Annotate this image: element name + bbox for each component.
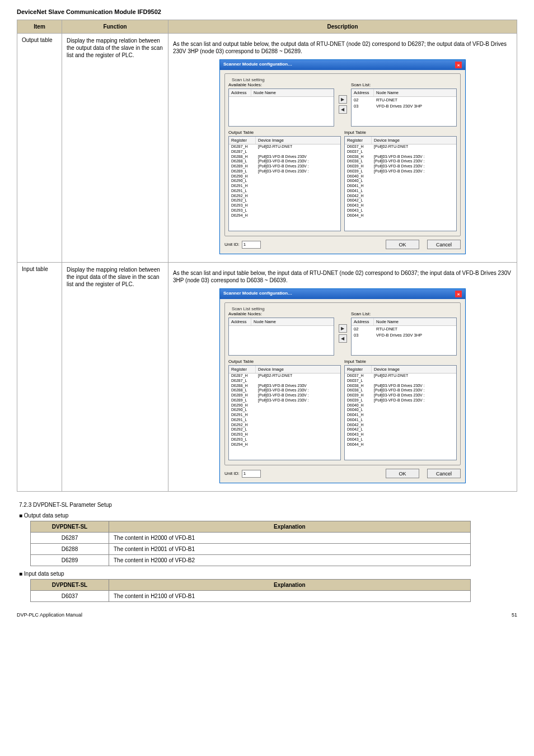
scan-list[interactable]: AddressNode Name 02RTU-DNET03VFD-B Drive… <box>351 88 457 127</box>
scan-label: Scan List: <box>351 311 457 316</box>
reg-row: D6044_H <box>345 213 456 218</box>
reg-row: D6291_H <box>229 413 340 418</box>
arrow-left-icon[interactable]: ◀ <box>339 334 347 343</box>
arrow-right-icon[interactable]: ▶ <box>339 95 347 104</box>
out-h1: DVPDNET-SL <box>31 521 109 533</box>
reg-row: D6290_L <box>229 179 340 184</box>
dialog-title-bar: Scanner Module configuration… × <box>220 60 465 70</box>
cancel-button[interactable]: Cancel <box>427 240 461 249</box>
in-h2: Explanation <box>109 580 471 591</box>
footer-left: DVP-PLC Application Manual <box>17 612 82 618</box>
reg-row: D6289_L[Poll]03-VFD-B Drives 230V : <box>229 398 340 403</box>
cancel-button[interactable]: Cancel <box>427 469 461 478</box>
unit-id-field: Unit ID: <box>224 470 261 478</box>
scan-row[interactable]: 02RTU-DNET <box>352 326 456 332</box>
reg-row: D6042_L <box>345 198 456 203</box>
reg-row: D6037_H[Poll]02-RTU-DNET <box>345 144 456 150</box>
ok-button[interactable]: OK <box>386 469 419 478</box>
scan-row[interactable]: 02RTU-DNET <box>352 97 456 103</box>
close-icon[interactable]: × <box>455 62 462 68</box>
scanner-dialog: Scanner Module configuration… × Scan Lis… <box>219 59 466 254</box>
doc-title: DeviceNet Slave Communication Module IFD… <box>17 8 517 15</box>
reg-row: D6037_L <box>345 150 456 155</box>
reg-row: D6291_L <box>229 418 340 423</box>
unit-id-input[interactable] <box>242 470 261 478</box>
input-lead: Input data setup <box>24 571 64 577</box>
reg-row: D6041_L <box>345 418 456 423</box>
io-expl: The content in H2001 of VFD-B1 <box>109 544 471 555</box>
hdr-desc: Description <box>168 20 517 34</box>
scan-label: Scan List: <box>351 82 457 87</box>
reg-row: D6038_H[Poll]03-VFD-B Drives 230V : <box>345 155 456 160</box>
reg-row: D6287_H[Poll]02-RTU-DNET <box>229 374 340 379</box>
hdr-func: Function <box>62 20 168 34</box>
scan-row[interactable]: 03VFD-B Drives 230V 3HP <box>352 332 456 338</box>
reg-row: D6288_L[Poll]03-VFD-B Drives 230V : <box>229 159 340 164</box>
reg-row: D6042_H <box>345 423 456 428</box>
io-reg: D6037 <box>31 591 109 602</box>
hdr-item: Item <box>17 20 62 34</box>
footer-right: 51 <box>512 612 517 618</box>
reg-row: D6292_H <box>229 194 340 199</box>
reg-row: D6288_H[Poll]03-VFD-B Drives 230V <box>229 155 340 160</box>
reg-row: D6039_L[Poll]03-VFD-B Drives 230V : <box>345 169 456 174</box>
bullet-sym: ■ <box>19 512 22 519</box>
reg-row: D6043_H <box>345 432 456 437</box>
scanner-dialog: Scanner Module configuration… × Scan Lis… <box>219 288 466 483</box>
reg-row: D6043_L <box>345 208 456 213</box>
io-expl: The content in H2000 of VFD-B1 <box>109 533 471 544</box>
output-lead: Output data setup <box>24 512 69 519</box>
scan-row[interactable]: 03VFD-B Drives 230V 3HP <box>352 103 456 109</box>
reg-row: D6043_L <box>345 437 456 442</box>
input-regbox[interactable]: RegisterDevice Image D6037_H[Poll]02-RTU… <box>344 136 457 231</box>
function-cell: Display the mapping relation between the… <box>62 263 168 492</box>
io-expl: The content in H2000 of VFD-B2 <box>109 555 471 566</box>
arrow-right-icon[interactable]: ▶ <box>339 324 347 333</box>
reg-row: D6038_L[Poll]03-VFD-B Drives 230V : <box>345 159 456 164</box>
reg-row: D6287_L <box>229 379 340 384</box>
reg-row: D6037_H[Poll]02-RTU-DNET <box>345 374 456 379</box>
scan-list[interactable]: AddressNode Name 02RTU-DNET03VFD-B Drive… <box>351 318 457 356</box>
reg-row: D6292_L <box>229 198 340 203</box>
input-table: DVPDNET-SL Explanation D6037The content … <box>30 579 471 602</box>
description-cell: As the scan list and input table below, … <box>168 263 517 492</box>
arrow-left-icon[interactable]: ◀ <box>339 105 347 114</box>
io-reg: D6287 <box>31 533 109 544</box>
reg-row: D6041_L <box>345 189 456 194</box>
output-regbox[interactable]: RegisterDevice Image D6287_H[Poll]02-RTU… <box>228 136 341 231</box>
reg-row: D6293_L <box>229 208 340 213</box>
reg-row: D6039_H[Poll]03-VFD-B Drives 230V : <box>345 393 456 398</box>
section-heading: 7.2.3 DVPDNET-SL Parameter Setup <box>19 502 517 508</box>
reg-row: D6040_L <box>345 408 456 413</box>
reg-row: D6038_H[Poll]03-VFD-B Drives 230V : <box>345 384 456 389</box>
reg-row: D6293_L <box>229 437 340 442</box>
reg-row: D6291_L <box>229 189 340 194</box>
reg-row: D6287_H[Poll]02-RTU-DNET <box>229 144 340 150</box>
io-reg: D6288 <box>31 544 109 555</box>
close-icon[interactable]: × <box>455 291 462 297</box>
output-table: DVPDNET-SL Explanation D6287The content … <box>30 521 471 566</box>
reg-row: D6289_L[Poll]03-VFD-B Drives 230V : <box>229 169 340 174</box>
dialog-title: Scanner Module configuration… <box>223 62 292 68</box>
reg-row: D6291_H <box>229 184 340 189</box>
reg-row: D6288_H[Poll]03-VFD-B Drives 230V <box>229 384 340 389</box>
in-h1: DVPDNET-SL <box>31 580 109 591</box>
ok-button[interactable]: OK <box>386 240 419 249</box>
reg-row: D6290_L <box>229 408 340 413</box>
reg-row: D6292_H <box>229 423 340 428</box>
unit-id-input[interactable] <box>242 241 261 249</box>
reg-row: D6041_H <box>345 413 456 418</box>
reg-row: D6293_H <box>229 432 340 437</box>
available-list[interactable]: AddressNode Name <box>228 88 334 127</box>
bullet-sym2: ■ <box>19 571 22 577</box>
main-table: Item Function Description Output table D… <box>17 20 517 492</box>
reg-row: D6042_H <box>345 194 456 199</box>
reg-row: D6289_H[Poll]03-VFD-B Drives 230V : <box>229 393 340 398</box>
dialog-title: Scanner Module configuration… <box>223 291 292 297</box>
input-bullet: ■ Input data setup <box>19 571 517 577</box>
input-regbox[interactable]: RegisterDevice Image D6037_H[Poll]02-RTU… <box>344 365 457 460</box>
dialog-title-bar: Scanner Module configuration… × <box>220 289 465 299</box>
reg-row: D6044_H <box>345 442 456 447</box>
output-regbox[interactable]: RegisterDevice Image D6287_H[Poll]02-RTU… <box>228 365 341 460</box>
available-list[interactable]: AddressNode Name <box>228 318 334 356</box>
